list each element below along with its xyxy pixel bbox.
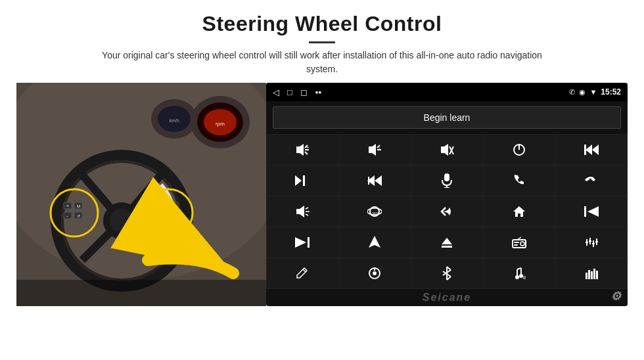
svg-marker-56 — [375, 175, 382, 186]
next-button[interactable] — [267, 166, 338, 196]
skip-back-button[interactable] — [555, 196, 627, 227]
home-nav-icon[interactable]: □ — [287, 87, 292, 97]
begin-learn-button[interactable]: Begin learn — [273, 106, 621, 129]
control-grid: + - — [266, 134, 628, 289]
page-container: Steering Wheel Control Your original car… — [0, 0, 644, 360]
svg-line-40 — [305, 152, 308, 154]
svg-text:↺: ↺ — [77, 214, 80, 218]
svg-rect-109 — [596, 271, 598, 279]
svg-rect-108 — [593, 269, 595, 279]
call-button[interactable] — [483, 166, 555, 196]
svg-text:rpm: rpm — [216, 121, 225, 127]
svg-marker-52 — [592, 145, 599, 155]
hang-up-button[interactable] — [555, 166, 627, 196]
svg-point-102 — [515, 275, 519, 279]
seicane-watermark-bar: Seicane ⚙ — [266, 289, 628, 306]
mute-button[interactable] — [411, 135, 483, 165]
pen-button[interactable] — [267, 258, 338, 288]
svg-text:📞: 📞 — [162, 204, 168, 209]
mic-button[interactable] — [411, 166, 483, 196]
svg-marker-62 — [296, 206, 304, 217]
bluetooth-button[interactable] — [411, 258, 483, 288]
svg-marker-46 — [441, 144, 448, 156]
radio-button[interactable] — [483, 227, 555, 258]
seicane-text: Seicane — [423, 292, 471, 303]
vol-down-button[interactable]: - — [339, 135, 411, 165]
svg-text:◇: ◇ — [173, 204, 176, 208]
prev-track-button[interactable] — [555, 135, 627, 165]
music-button[interactable]: ⚙ — [483, 258, 555, 288]
gear-corner-icon[interactable]: ⚙ — [610, 289, 622, 304]
phone-status-icon: ✆ — [569, 88, 575, 97]
svg-point-92 — [373, 271, 377, 275]
svg-point-16 — [110, 209, 133, 233]
svg-marker-71 — [587, 206, 599, 217]
status-left: ◁ □ ◻ ▪▪ — [273, 87, 321, 97]
svg-text:km/h: km/h — [169, 118, 179, 123]
status-time: 15:52 — [601, 87, 621, 97]
svg-text:+: + — [66, 204, 69, 208]
svg-text:-: - — [379, 145, 380, 150]
signal-icon: ▪▪ — [315, 87, 321, 97]
svg-rect-53 — [584, 145, 586, 155]
svg-rect-107 — [591, 271, 593, 279]
svg-line-65 — [306, 214, 308, 215]
location-status-icon: ◉ — [579, 88, 586, 97]
camera-360-button[interactable]: 360° — [339, 196, 411, 227]
svg-marker-54 — [295, 175, 302, 186]
car-illustration: rpm km/h — [16, 83, 266, 306]
svg-marker-42 — [369, 144, 376, 156]
home-button[interactable] — [483, 196, 555, 227]
back-nav-icon[interactable]: ◁ — [273, 87, 279, 97]
eject-button[interactable] — [411, 227, 483, 258]
page-title: Steering Wheel Control — [13, 12, 631, 36]
svg-rect-77 — [513, 240, 526, 248]
status-bar: ◁ □ ◻ ▪▪ ✆ ◉ ▼ 15:52 — [266, 83, 628, 101]
svg-line-90 — [303, 269, 306, 272]
subtitle: Your original car's steering wheel contr… — [92, 49, 552, 76]
svg-rect-76 — [442, 246, 452, 248]
svg-rect-72 — [308, 237, 310, 248]
navigate-button[interactable] — [339, 227, 411, 258]
svg-rect-36 — [16, 280, 266, 306]
svg-rect-79 — [514, 242, 519, 243]
svg-rect-70 — [584, 206, 586, 217]
title-divider — [309, 41, 335, 43]
android-panel: ◁ □ ◻ ▪▪ ✆ ◉ ▼ 15:52 Begin learn — [266, 83, 628, 306]
svg-line-63 — [306, 208, 308, 209]
svg-rect-80 — [514, 244, 518, 246]
svg-text:+: + — [306, 145, 310, 150]
svg-text:↻: ↻ — [162, 214, 166, 218]
svg-marker-37 — [296, 144, 304, 156]
svg-rect-59 — [444, 173, 449, 181]
svg-text:M: M — [77, 204, 80, 208]
header-section: Steering Wheel Control Your original car… — [0, 0, 644, 83]
car-image-section: rpm km/h — [16, 83, 266, 306]
svg-marker-73 — [295, 237, 306, 248]
svg-marker-69 — [513, 206, 525, 217]
content-area: rpm km/h — [0, 83, 644, 360]
svg-rect-105 — [586, 273, 587, 279]
wifi-status-icon: ▼ — [589, 88, 597, 96]
svg-marker-75 — [442, 238, 452, 244]
svg-text:◇: ◇ — [173, 214, 176, 218]
equalizer-button[interactable] — [555, 258, 627, 288]
vol-up-button[interactable]: + — [267, 135, 338, 165]
fast-prev-button[interactable] — [339, 166, 411, 196]
svg-rect-55 — [303, 175, 305, 186]
svg-text:360°: 360° — [372, 212, 379, 215]
recent-nav-icon[interactable]: ◻ — [300, 87, 308, 97]
svg-text:⚙: ⚙ — [522, 275, 526, 280]
skip-forward-button[interactable] — [267, 227, 338, 258]
horn-button[interactable] — [267, 196, 338, 227]
svg-rect-106 — [588, 270, 590, 279]
eq-button[interactable] — [555, 227, 627, 258]
svg-point-78 — [520, 242, 524, 246]
status-right: ✆ ◉ ▼ 15:52 — [569, 87, 621, 97]
power-button[interactable] — [483, 135, 555, 165]
back-button[interactable] — [411, 196, 483, 227]
begin-learn-row: Begin learn — [266, 101, 628, 134]
knob-button[interactable] — [339, 258, 411, 288]
svg-marker-51 — [586, 145, 592, 155]
svg-marker-74 — [369, 236, 380, 248]
